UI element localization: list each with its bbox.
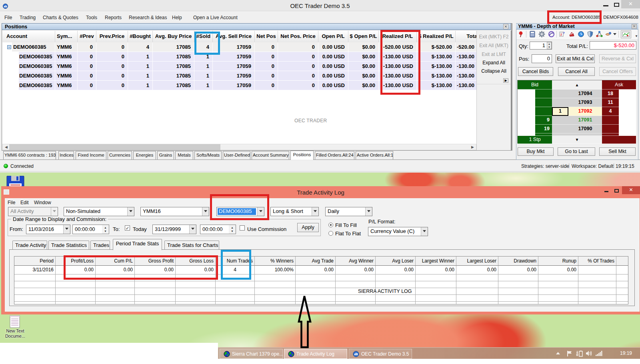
svg-text:?: ?	[563, 31, 565, 35]
svg-text:2: 2	[560, 33, 562, 36]
